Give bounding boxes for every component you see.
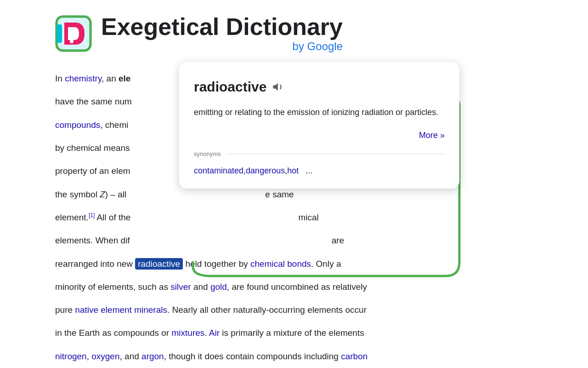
text-have-same: have the same num bbox=[55, 97, 132, 106]
sound-icon[interactable] bbox=[272, 80, 285, 93]
text-primarily: is primarily a mixture of the elements bbox=[220, 328, 364, 338]
air-link[interactable]: Air bbox=[209, 328, 220, 338]
text-earth: in the Earth as compounds or bbox=[55, 328, 171, 338]
text-and2: , and bbox=[120, 351, 142, 361]
paragraph-5: in the Earth as compounds or mixtures. A… bbox=[55, 326, 533, 340]
text-element: element.[1] All of the bbox=[55, 213, 130, 222]
synonym-hot[interactable]: hot bbox=[287, 164, 299, 178]
app-subtitle: by Google bbox=[101, 40, 343, 53]
paragraph-1f: the symbol Z) – all atoms of the same el… bbox=[55, 187, 533, 202]
text-mical: mical bbox=[298, 213, 318, 222]
paragraph-4: pure native element minerals. Nearly all… bbox=[55, 303, 533, 317]
text-e-same: e same bbox=[265, 190, 294, 199]
synonyms-row: contaminated, dangerous, hot ... bbox=[194, 164, 445, 178]
carbon-link[interactable]: carbon bbox=[341, 351, 368, 361]
text-in: In bbox=[55, 74, 65, 83]
chemical-bonds-link[interactable]: chemical bonds bbox=[250, 259, 311, 269]
silver-link[interactable]: silver bbox=[170, 282, 191, 292]
header: Exegetical Dictionary by Google bbox=[0, 0, 588, 62]
text-chemi: , chemi bbox=[100, 120, 128, 130]
logo bbox=[55, 15, 92, 52]
text-held: held together by bbox=[183, 259, 250, 269]
app-title: Exegetical Dictionary bbox=[101, 14, 343, 40]
synonyms-label: synonyms bbox=[194, 149, 221, 159]
header-text: Exegetical Dictionary by Google bbox=[101, 14, 343, 53]
text-though: , though it does contain compounds inclu… bbox=[164, 351, 341, 361]
text-hidden7: ferent elements are combined together, c… bbox=[130, 236, 331, 245]
text-rearranged: rearranged into new bbox=[55, 259, 135, 269]
text-comma1: , bbox=[87, 351, 92, 361]
mixtures-link[interactable]: mixtures bbox=[171, 328, 204, 338]
text-hidden6: se different atoms are considered to be … bbox=[130, 213, 298, 222]
text-pure: pure bbox=[55, 305, 75, 315]
svg-point-5 bbox=[70, 40, 74, 43]
popup-word: radioactive bbox=[194, 75, 266, 98]
paragraph-2: rearranged into new radioactive held tog… bbox=[55, 257, 533, 271]
text-are-found: , are found uncombined as relatively bbox=[227, 282, 367, 292]
chemistry-link[interactable]: chemistry bbox=[65, 74, 102, 83]
text-symbol: the symbol Z) – all bbox=[55, 190, 129, 199]
paragraph-1h: elements. When different elements are co… bbox=[55, 233, 533, 248]
definition-popup: radioactive emitting or relating to the … bbox=[179, 62, 459, 189]
article-content: In chemistry, an element is a pure subst… bbox=[0, 62, 588, 368]
text-are: are bbox=[332, 236, 344, 245]
paragraph-6: nitrogen, oxygen, and argon, though it d… bbox=[55, 349, 533, 364]
more-link[interactable]: More » bbox=[419, 128, 445, 143]
gold-link[interactable]: gold bbox=[210, 282, 227, 292]
synonym-contaminated[interactable]: contaminated bbox=[194, 164, 243, 178]
paragraph-1g: element.[1] All of these different atoms… bbox=[55, 210, 533, 225]
text-minority: minority of elements, such as bbox=[55, 282, 170, 292]
text-by-chem: by chemical means bbox=[55, 143, 130, 153]
native-minerals-link[interactable]: native element minerals bbox=[75, 305, 167, 315]
compounds-link[interactable]: compounds bbox=[55, 120, 100, 130]
text-period: . bbox=[204, 328, 209, 338]
text-and: and bbox=[191, 282, 210, 292]
svg-marker-7 bbox=[273, 83, 278, 91]
argon-link[interactable]: argon bbox=[141, 351, 164, 361]
highlighted-radioactive: radioactive bbox=[135, 258, 183, 270]
oxygen-link[interactable]: oxygen bbox=[91, 351, 119, 361]
popup-word-row: radioactive bbox=[194, 75, 445, 98]
synonyms-divider bbox=[227, 154, 445, 154]
nitrogen-link[interactable]: nitrogen bbox=[55, 351, 87, 361]
text-nearly: . Nearly all other naturally-occurring e… bbox=[167, 305, 367, 315]
svg-rect-6 bbox=[57, 24, 62, 43]
synonyms-section: synonyms bbox=[194, 149, 445, 159]
synonym-dangerous[interactable]: dangerous bbox=[246, 164, 285, 178]
sep-3: ... bbox=[299, 164, 312, 178]
text-an-ele: , an ele bbox=[102, 74, 130, 83]
text-elements: elements. When dif bbox=[55, 236, 130, 245]
paragraph-3: minority of elements, such as silver and… bbox=[55, 280, 533, 294]
popup-definition: emitting or relating to the emission of … bbox=[194, 106, 445, 119]
text-hidden5: atoms of the same element have th bbox=[129, 190, 266, 199]
text-only: . Only a bbox=[311, 259, 341, 269]
popup-more-section: More » bbox=[194, 128, 445, 143]
text-property: property of an elem bbox=[55, 166, 130, 176]
